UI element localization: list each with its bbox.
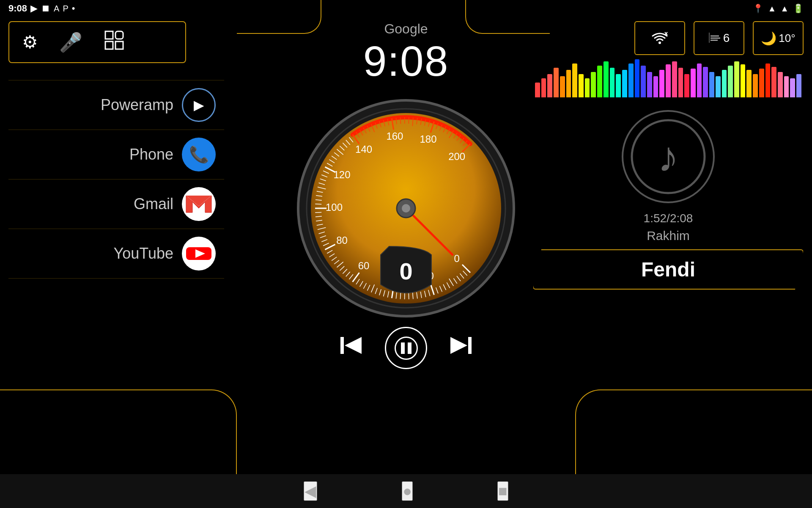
wifi-status-icon: ▲: [768, 4, 776, 14]
moon-icon: 🌙: [761, 31, 776, 46]
svg-text:160: 160: [386, 130, 403, 142]
svg-rect-132: [401, 342, 405, 354]
svg-rect-3: [115, 41, 123, 49]
status-time: 9:08: [8, 3, 27, 14]
eq-bar-14: [622, 70, 627, 97]
track-time: 1:52/2:08: [533, 212, 804, 225]
google-time: Google 9:08: [363, 21, 449, 86]
equalizer: [533, 64, 804, 97]
next-button[interactable]: [448, 333, 474, 363]
status-bar: 9:08 ▶ ⏹ A P • 📍 ▲ ▲ 🔋: [0, 0, 812, 17]
svg-point-127: [402, 204, 410, 213]
p-icon: P: [63, 4, 68, 14]
status-bar-left: 9:08 ▶ ⏹ A P •: [8, 3, 75, 14]
media-controls: [338, 327, 474, 369]
eq-bar-22: [672, 61, 677, 97]
music-icon-circle: ♪: [622, 110, 715, 203]
weather-icon-box[interactable]: 🌙 10°: [753, 21, 804, 55]
eq-bar-5: [566, 70, 571, 97]
svg-text:♪: ♪: [658, 133, 679, 180]
left-panel: ⚙ 🎤 Poweramp ▶ Phone 📞 Gm: [0, 0, 233, 508]
svg-line-64: [315, 204, 321, 204]
wifi-icon-box[interactable]: [634, 21, 685, 55]
eq-bar-33: [741, 64, 746, 97]
eq-bar-6: [572, 64, 577, 97]
svg-text:200: 200: [448, 151, 465, 162]
recent-button[interactable]: ■: [497, 481, 508, 501]
eq-bar-1: [541, 78, 546, 97]
app-item-gmail[interactable]: Gmail: [8, 179, 224, 229]
eq-bar-15: [628, 64, 634, 97]
signal-icon: ▲: [780, 4, 789, 14]
wind-icon-box[interactable]: 6: [694, 21, 744, 55]
svg-line-95: [401, 117, 401, 124]
svg-text:80: 80: [336, 235, 348, 246]
svg-marker-135: [450, 337, 467, 354]
eq-bar-39: [778, 72, 783, 97]
svg-point-136: [658, 41, 661, 44]
a-icon: A: [54, 4, 59, 14]
track-artist: Rakhim: [533, 229, 804, 243]
svg-marker-130: [345, 337, 362, 354]
stop-icon: ⏹: [41, 3, 50, 14]
gmail-icon: [182, 187, 216, 221]
eq-bar-31: [728, 66, 733, 97]
eq-bar-30: [722, 70, 727, 97]
eq-bar-40: [784, 76, 789, 97]
eq-bar-19: [653, 76, 658, 97]
app-name-youtube: YouTube: [17, 245, 173, 262]
controls-box: ⚙ 🎤: [8, 21, 186, 63]
status-bar-right: 📍 ▲ ▲ 🔋: [753, 3, 804, 14]
prev-button[interactable]: [338, 333, 364, 363]
svg-point-131: [395, 337, 417, 359]
eq-bar-34: [746, 70, 752, 97]
app-list: Poweramp ▶ Phone 📞 Gmail: [8, 80, 224, 465]
back-button[interactable]: ◀: [304, 481, 317, 501]
svg-text:140: 140: [355, 144, 372, 155]
eq-bar-3: [554, 68, 559, 97]
eq-bar-12: [610, 68, 615, 97]
eq-bar-35: [753, 74, 758, 97]
eq-bar-28: [709, 72, 714, 97]
speedometer: 0204060801001201401601802000: [296, 98, 516, 318]
settings-icon[interactable]: ⚙: [22, 32, 38, 52]
eq-bar-25: [691, 69, 696, 97]
svg-rect-2: [105, 41, 113, 49]
top-right-icons: 6 🌙 10°: [533, 21, 804, 55]
app-item-youtube[interactable]: YouTube: [8, 229, 224, 279]
temp-value: 10°: [779, 32, 795, 45]
svg-line-31: [401, 293, 401, 299]
eq-bar-26: [697, 64, 702, 97]
eq-bar-38: [771, 67, 776, 97]
phone-icon: 📞: [182, 138, 216, 171]
google-label: Google: [363, 21, 449, 37]
app-item-phone[interactable]: Phone 📞: [8, 130, 224, 179]
svg-text:120: 120: [334, 169, 351, 180]
clock-display: 9:08: [363, 37, 449, 86]
eq-bar-37: [765, 64, 771, 97]
svg-rect-133: [408, 342, 411, 354]
location-icon: 📍: [753, 3, 763, 14]
eq-bar-8: [585, 78, 590, 97]
eq-bar-23: [678, 68, 683, 97]
wind-value: 6: [723, 31, 730, 45]
eq-bar-42: [796, 74, 801, 97]
grid-icon[interactable]: [104, 30, 125, 55]
eq-bar-21: [666, 64, 671, 97]
home-button[interactable]: ●: [402, 481, 413, 501]
app-item-poweramp[interactable]: Poweramp ▶: [8, 80, 224, 130]
eq-bar-4: [560, 76, 565, 97]
svg-line-62: [315, 212, 321, 213]
eq-bar-24: [684, 74, 689, 97]
microphone-icon[interactable]: 🎤: [59, 31, 82, 53]
right-panel: 6 🌙 10° ♪ 1:52/2:08 Rakhim Fendi: [524, 0, 812, 508]
eq-bar-41: [790, 78, 795, 97]
eq-bar-32: [734, 61, 739, 97]
poweramp-icon: ▶: [182, 88, 216, 122]
eq-bar-27: [703, 67, 708, 97]
svg-text:60: 60: [358, 260, 370, 271]
center-panel: Google 9:08 0204060801001201401601802000: [258, 0, 554, 508]
track-info: 1:52/2:08 Rakhim Fendi: [533, 212, 804, 290]
svg-rect-134: [468, 337, 472, 354]
pause-button[interactable]: [385, 327, 427, 369]
